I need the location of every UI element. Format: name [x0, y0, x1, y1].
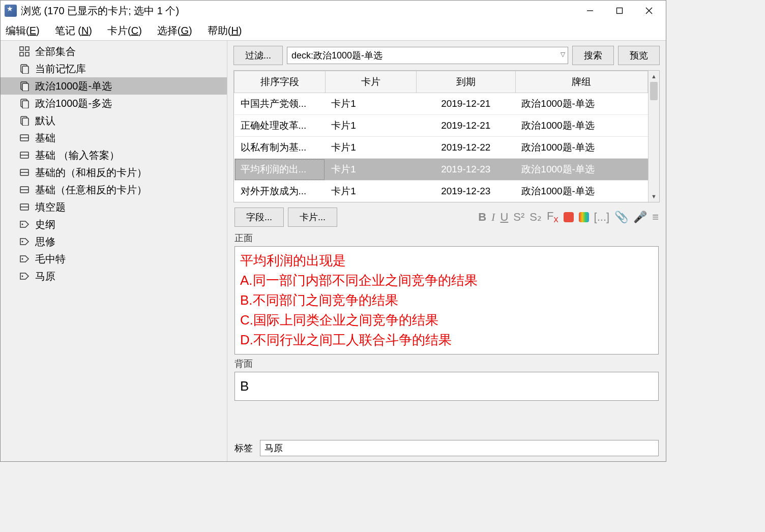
- sidebar-tree: 全部集合当前记忆库政治1000题-单选政治1000题-多选默认基础基础 （输入答…: [1, 41, 227, 461]
- col-due[interactable]: 到期: [416, 71, 515, 93]
- menu-cards[interactable]: 卡片(C): [107, 24, 142, 38]
- sidebar-item-label: 思修: [35, 235, 55, 249]
- window-title: 浏览 (170 已显示的卡片; 选中 1 个): [21, 4, 575, 18]
- sidebar-item-label: 史纲: [35, 218, 55, 231]
- preview-button[interactable]: 预览: [618, 46, 660, 65]
- search-bar: 过滤... ▽ 搜索 预览: [227, 41, 666, 70]
- scroll-thumb[interactable]: [650, 82, 658, 100]
- sidebar-item[interactable]: 基础的（和相反的卡片）: [1, 164, 227, 181]
- note-icon: [19, 202, 30, 212]
- sidebar-item[interactable]: 政治1000题-单选: [1, 77, 227, 95]
- format-icons: B I U S² S₂ Fx [...] 📎 🎤 ≡: [478, 210, 659, 225]
- svg-point-26: [22, 224, 23, 225]
- italic-icon[interactable]: I: [491, 211, 495, 224]
- highlight-color-icon[interactable]: [579, 212, 589, 222]
- table-scrollbar[interactable]: ▲ ▼: [648, 71, 659, 202]
- fields-button[interactable]: 字段...: [234, 208, 284, 227]
- subscript-icon[interactable]: S₂: [529, 211, 542, 224]
- clear-format-icon[interactable]: Fx: [547, 210, 558, 225]
- front-label: 正面: [234, 232, 659, 244]
- col-sort[interactable]: 排序字段: [234, 71, 326, 93]
- menubar: 编辑(E) 笔记 (N) 卡片(C) 选择(G) 帮助(H): [1, 21, 666, 40]
- sidebar-item-label: 基础的（和相反的卡片）: [35, 166, 147, 180]
- sidebar-item[interactable]: 基础 （输入答案）: [1, 146, 227, 164]
- table-row[interactable]: 正确处理改革...卡片12019-12-21政治1000题-单选: [234, 115, 648, 137]
- note-icon: [19, 150, 30, 160]
- maximize-button[interactable]: [605, 1, 634, 20]
- editor-body: 正面 平均利润的出现是A.同一部门内部不同企业之间竞争的结果B.不同部门之间竞争…: [234, 229, 659, 433]
- table-row[interactable]: 对外开放成为...卡片12019-12-23政治1000题-单选: [234, 181, 648, 202]
- svg-rect-15: [22, 118, 28, 126]
- sidebar-item-label: 基础: [35, 131, 55, 145]
- sidebar-item[interactable]: 基础（任意相反的卡片）: [1, 181, 227, 198]
- svg-rect-11: [22, 83, 28, 91]
- record-icon[interactable]: 🎤: [633, 211, 647, 224]
- minimize-button[interactable]: [575, 1, 605, 20]
- svg-rect-7: [25, 52, 29, 56]
- svg-rect-1: [617, 8, 623, 14]
- sidebar-item-label: 政治1000题-单选: [35, 79, 112, 93]
- sidebar-item[interactable]: 马原: [1, 268, 227, 285]
- editor-toolbar: 字段... 卡片... B I U S² S₂ Fx [...] 📎 🎤 ≡: [227, 202, 666, 229]
- col-deck[interactable]: 牌组: [515, 71, 648, 93]
- svg-rect-9: [22, 66, 28, 74]
- menu-help[interactable]: 帮助(H): [208, 24, 242, 38]
- back-field[interactable]: B: [234, 372, 659, 401]
- sidebar-item[interactable]: 基础: [1, 129, 227, 146]
- sidebar-item[interactable]: 当前记忆库: [1, 60, 227, 77]
- content: 全部集合当前记忆库政治1000题-单选政治1000题-多选默认基础基础 （输入答…: [1, 40, 666, 461]
- sidebar-item[interactable]: 毛中特: [1, 250, 227, 268]
- tags-row: 标签: [227, 437, 666, 461]
- svg-rect-13: [22, 101, 28, 108]
- tags-input[interactable]: [260, 440, 659, 456]
- search-button[interactable]: 搜索: [572, 46, 614, 65]
- close-button[interactable]: [634, 1, 664, 20]
- sidebar-item[interactable]: 史纲: [1, 216, 227, 233]
- text-color-icon[interactable]: [564, 212, 574, 222]
- menu-edit[interactable]: 编辑(E): [6, 24, 40, 38]
- menu-select[interactable]: 选择(G): [157, 24, 192, 38]
- app-icon: [5, 5, 17, 17]
- sidebar-item-label: 全部集合: [35, 45, 76, 58]
- tag-icon: [19, 254, 30, 264]
- sidebar-item[interactable]: 填空题: [1, 198, 227, 216]
- titlebar: 浏览 (170 已显示的卡片; 选中 1 个): [1, 1, 666, 21]
- card-table: 排序字段 卡片 到期 牌组 中国共产党领...卡片12019-12-21政治10…: [233, 70, 660, 202]
- underline-icon[interactable]: U: [500, 211, 508, 224]
- table-row[interactable]: 平均利润的出...卡片12019-12-23政治1000题-单选: [234, 159, 648, 181]
- scroll-down-icon[interactable]: ▼: [649, 191, 659, 202]
- note-icon: [19, 185, 30, 195]
- sidebar-item[interactable]: 政治1000题-多选: [1, 95, 227, 112]
- search-input[interactable]: [287, 47, 568, 64]
- cloze-icon[interactable]: [...]: [594, 211, 610, 224]
- menu-notes[interactable]: 笔记 (N): [55, 24, 92, 38]
- svg-point-29: [22, 276, 23, 277]
- cards-button[interactable]: 卡片...: [288, 208, 337, 227]
- table-row[interactable]: 以私有制为基...卡片12019-12-22政治1000题-单选: [234, 137, 648, 159]
- superscript-icon[interactable]: S²: [513, 211, 524, 224]
- svg-point-28: [22, 258, 23, 260]
- sidebar-item[interactable]: 全部集合: [1, 43, 227, 60]
- front-field[interactable]: 平均利润的出现是A.同一部门内部不同企业之间竞争的结果B.不同部门之间竞争的结果…: [234, 246, 659, 354]
- tag-icon: [19, 237, 30, 247]
- sidebar-item-label: 基础 （输入答案）: [35, 149, 120, 162]
- filter-button[interactable]: 过滤...: [233, 46, 283, 65]
- table-header-row: 排序字段 卡片 到期 牌组: [234, 71, 648, 93]
- scroll-up-icon[interactable]: ▲: [649, 71, 659, 82]
- sidebar-item[interactable]: 默认: [1, 112, 227, 129]
- col-card[interactable]: 卡片: [325, 71, 416, 93]
- svg-rect-4: [20, 47, 23, 50]
- sidebar-item[interactable]: 思修: [1, 233, 227, 250]
- bold-icon[interactable]: B: [478, 211, 486, 224]
- note-icon: [19, 133, 30, 143]
- table-row[interactable]: 中国共产党领...卡片12019-12-21政治1000题-单选: [234, 93, 648, 115]
- sidebar-item-label: 政治1000题-多选: [35, 97, 112, 110]
- sidebar-item-label: 默认: [35, 114, 55, 128]
- more-icon[interactable]: ≡: [652, 211, 659, 224]
- attachment-icon[interactable]: 📎: [614, 211, 628, 224]
- sidebar-item-label: 填空题: [35, 200, 66, 214]
- main-panel: 过滤... ▽ 搜索 预览 排序字段 卡片 到期 牌组: [227, 41, 666, 461]
- grid-icon: [19, 46, 30, 56]
- deck-icon: [19, 64, 30, 74]
- tags-label: 标签: [234, 442, 253, 454]
